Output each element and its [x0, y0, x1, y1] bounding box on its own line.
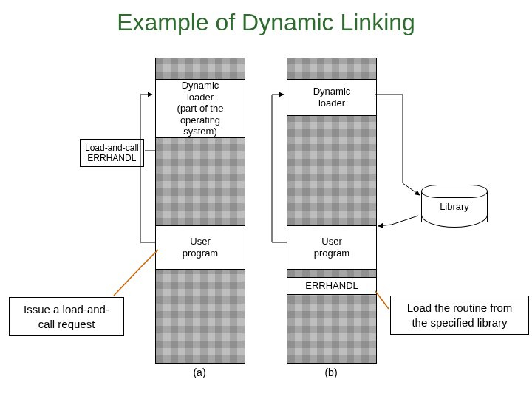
- loader-segment-a: Dynamic loader (part of the operating sy…: [156, 79, 245, 138]
- loader-segment-b: Dynamic loader: [287, 79, 376, 116]
- caption-right: Load the routine from the specified libr…: [390, 296, 529, 335]
- page-title: Example of Dynamic Linking: [0, 9, 532, 36]
- column-b-sublabel: (b): [287, 366, 375, 378]
- user-program-segment-a: User program: [156, 225, 245, 270]
- library-cylinder: Library: [421, 185, 488, 228]
- user-program-segment-b: User program: [287, 225, 376, 270]
- caption-left: Issue a load-and- call request: [9, 297, 124, 336]
- library-label: Library: [421, 201, 488, 212]
- column-a-sublabel: (a): [155, 366, 244, 378]
- errhandl-segment-b: ERRHANDL: [287, 277, 376, 295]
- load-and-call-label: Load-and-call ERRHANDL: [80, 139, 144, 167]
- memory-column-b: Dynamic loader User program ERRHANDL: [287, 58, 377, 364]
- memory-column-a: Dynamic loader (part of the operating sy…: [155, 58, 245, 364]
